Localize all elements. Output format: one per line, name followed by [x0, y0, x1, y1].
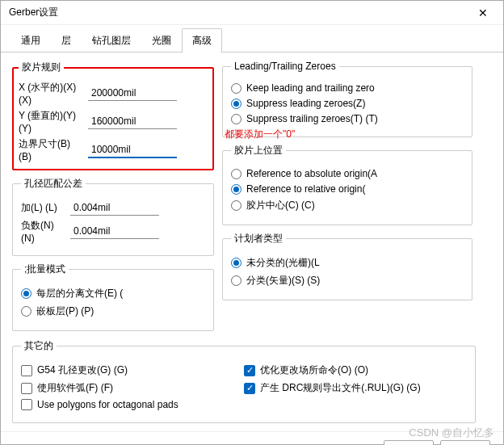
radio-label: 未分类的(光栅)(L [246, 256, 320, 270]
legend-zeroes: Leading/Trailing Zeroes [231, 61, 339, 72]
tab-general[interactable]: 通用 [10, 28, 51, 52]
group-zeroes: Leading/Trailing Zeroes Keep leading and… [222, 61, 472, 137]
checkbox-icon [21, 399, 32, 410]
check-g54[interactable]: G54 孔径更改(G) (G) [21, 363, 244, 377]
check-label: G54 孔径更改(G) (G) [37, 363, 128, 377]
radio-sorted[interactable]: 分类(矢量)(S) (S) [231, 274, 464, 288]
radio-icon [231, 99, 242, 109]
radio-icon [231, 200, 242, 211]
label-y: Y (垂直的)(Y) (Y) [19, 109, 83, 134]
legend-plotter: 计划者类型 [231, 232, 286, 246]
tab-bar: 通用 层 钻孔图层 光圈 高级 [1, 28, 503, 52]
label-border: 边界尺寸(B) (B) [19, 137, 83, 162]
group-others: 其它的 G54 孔径更改(G) (G) 使用软件弧(F) (F) Use pol… [12, 339, 476, 423]
radio-relative-origin[interactable]: Reference to relative origin( [231, 183, 464, 195]
label-plus: 加(L) (L) [21, 201, 65, 215]
radio-absolute-origin[interactable]: Reference to absolute origin(A [231, 168, 464, 179]
tab-drill[interactable]: 钻孔图层 [82, 28, 141, 52]
radio-icon [231, 275, 242, 286]
input-minus[interactable] [70, 224, 159, 239]
checkbox-icon [21, 365, 32, 376]
input-y[interactable] [88, 114, 177, 129]
input-border[interactable] [88, 142, 177, 158]
checkbox-icon [244, 365, 255, 376]
check-label: 优化更改场所命令(O) (O) [260, 363, 368, 377]
radio-keep-zeroes[interactable]: Keep leading and trailing zero [231, 82, 464, 94]
radio-icon [21, 306, 32, 317]
tab-apertures[interactable]: 光圈 [141, 28, 182, 52]
cancel-button[interactable]: 取消 [440, 440, 490, 445]
check-label: Use polygons for octagonal pads [37, 399, 178, 410]
radio-icon [231, 169, 242, 179]
input-x[interactable] [88, 86, 177, 101]
label-x: X (水平的)(X) (X) [19, 81, 83, 106]
check-label: 产生 DRC规则导出文件(.RUL)(G) (G) [260, 381, 421, 395]
group-batch-mode: ;批量模式 每层的分离文件(E) ( 嵌板层(P) (P) [12, 262, 214, 331]
close-icon[interactable]: ✕ [471, 6, 495, 19]
check-polygons-octagonal[interactable]: Use polygons for octagonal pads [21, 399, 244, 410]
legend-film-pos: 胶片上位置 [231, 144, 286, 157]
radio-icon [21, 288, 32, 299]
radio-label: Suppress trailing zeroes(T) (T) [246, 113, 378, 124]
tab-layers[interactable]: 层 [51, 28, 82, 52]
annotation-text: 都要添加一个"0" [225, 128, 295, 141]
radio-label: Keep leading and trailing zero [246, 82, 375, 94]
checkbox-icon [21, 383, 32, 394]
radio-icon [231, 184, 242, 195]
gerber-settings-dialog: Gerber设置 ✕ 通用 层 钻孔图层 光圈 高级 胶片规则 X (水平的)(… [0, 0, 504, 445]
group-aperture-tolerance: 孔径匹配公差 加(L) (L) 负数(N) (N) [12, 177, 214, 256]
radio-film-center[interactable]: 胶片中心(C) (C) [231, 199, 464, 212]
radio-icon [231, 258, 242, 268]
radio-suppress-leading[interactable]: Suppress leading zeroes(Z) [231, 98, 464, 109]
radio-icon [231, 114, 242, 124]
legend-batch: ;批量模式 [21, 262, 69, 276]
ok-button[interactable]: 确定 [384, 440, 434, 445]
tab-advanced[interactable]: 高级 [182, 28, 222, 52]
radio-suppress-trailing[interactable]: Suppress trailing zeroes(T) (T) [231, 113, 464, 124]
label-minus: 负数(N) (N) [21, 219, 65, 244]
check-optimize-change[interactable]: 优化更改场所命令(O) (O) [244, 363, 467, 377]
radio-panel-layer[interactable]: 嵌板层(P) (P) [21, 304, 205, 318]
titlebar: Gerber设置 ✕ [1, 1, 503, 25]
content-area: 胶片规则 X (水平的)(X) (X) Y (垂直的)(Y) (Y) 边界尺寸(… [1, 52, 503, 431]
input-plus[interactable] [70, 200, 159, 216]
group-film-rules: 胶片规则 X (水平的)(X) (X) Y (垂直的)(Y) (Y) 边界尺寸(… [12, 61, 214, 170]
radio-separate-file[interactable]: 每层的分离文件(E) ( [21, 287, 205, 300]
radio-label: 分类(矢量)(S) (S) [246, 274, 320, 288]
check-drc-rules[interactable]: 产生 DRC规则导出文件(.RUL)(G) (G) [244, 381, 467, 395]
radio-unsorted[interactable]: 未分类的(光栅)(L [231, 256, 464, 270]
radio-label: 每层的分离文件(E) ( [36, 287, 123, 300]
radio-label: 胶片中心(C) (C) [246, 199, 315, 212]
legend-film-rules: 胶片规则 [19, 61, 64, 74]
legend-aperture-tol: 孔径匹配公差 [21, 177, 86, 191]
checkbox-icon [244, 383, 255, 394]
check-label: 使用软件弧(F) (F) [37, 381, 113, 395]
dialog-title: Gerber设置 [9, 6, 58, 19]
group-film-position: 胶片上位置 Reference to absolute origin(A Ref… [222, 144, 472, 225]
radio-label: Reference to absolute origin(A [246, 168, 377, 179]
dialog-footer: 确定 取消 [1, 431, 503, 445]
radio-label: Reference to relative origin( [246, 183, 365, 195]
group-plotter-type: 计划者类型 未分类的(光栅)(L 分类(矢量)(S) (S) [222, 232, 472, 300]
radio-label: 嵌板层(P) (P) [36, 304, 94, 318]
legend-others: 其它的 [21, 339, 57, 353]
check-software-arcs[interactable]: 使用软件弧(F) (F) [21, 381, 244, 395]
radio-icon [231, 83, 242, 94]
radio-label: Suppress leading zeroes(Z) [246, 98, 365, 109]
